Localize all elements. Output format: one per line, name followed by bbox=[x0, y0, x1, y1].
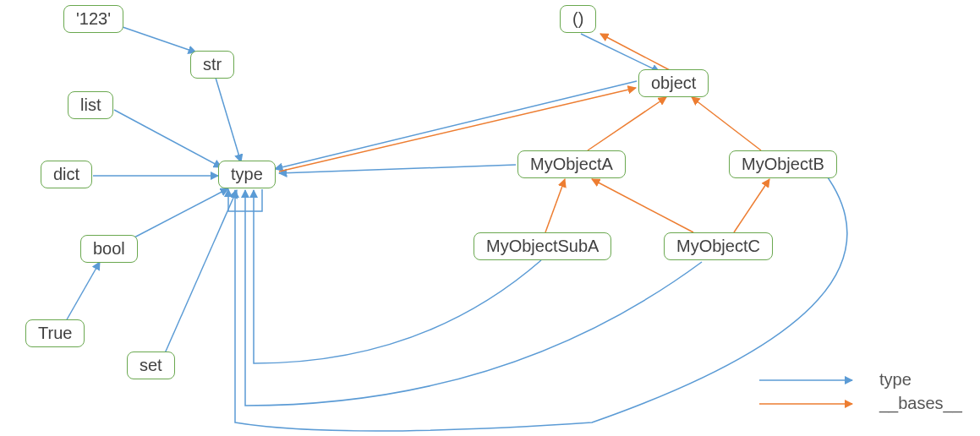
edge-bases bbox=[734, 179, 769, 232]
node-type: type bbox=[218, 161, 276, 188]
edge-type bbox=[114, 110, 222, 167]
node-bool: bool bbox=[80, 235, 138, 263]
node-dict: dict bbox=[41, 161, 92, 188]
node-set: set bbox=[127, 352, 175, 379]
node-myobjecta: MyObjectA bbox=[517, 150, 626, 178]
edge-type bbox=[235, 167, 847, 431]
node-true: True bbox=[25, 319, 85, 347]
node-str: str bbox=[190, 51, 234, 79]
edge-type bbox=[254, 190, 541, 363]
edge-type bbox=[216, 78, 241, 162]
edge-bases bbox=[592, 179, 693, 232]
edge-type bbox=[245, 190, 702, 406]
node-empty-tuple: () bbox=[560, 5, 596, 33]
edge-bases bbox=[588, 97, 666, 150]
node-object: object bbox=[638, 69, 709, 97]
edge-bases bbox=[692, 97, 761, 150]
node-myobjectc: MyObjectC bbox=[664, 232, 773, 260]
node-123: '123' bbox=[63, 5, 123, 33]
edge-type bbox=[123, 27, 196, 52]
edge-type bbox=[66, 262, 100, 321]
edge-type-selfloop bbox=[228, 189, 262, 211]
edge-type bbox=[279, 165, 516, 173]
node-myobjectsuba: MyObjectSubA bbox=[474, 232, 611, 260]
legend-type-label: type bbox=[879, 370, 912, 390]
edge-type bbox=[165, 190, 237, 353]
edge-type bbox=[581, 34, 660, 72]
legend-bases-label: __bases__ bbox=[879, 394, 962, 413]
node-myobjectb: MyObjectB bbox=[729, 150, 837, 178]
edge-bases bbox=[545, 179, 565, 232]
edge-bases bbox=[600, 34, 670, 70]
node-list: list bbox=[68, 91, 113, 119]
edge-type bbox=[131, 188, 228, 239]
